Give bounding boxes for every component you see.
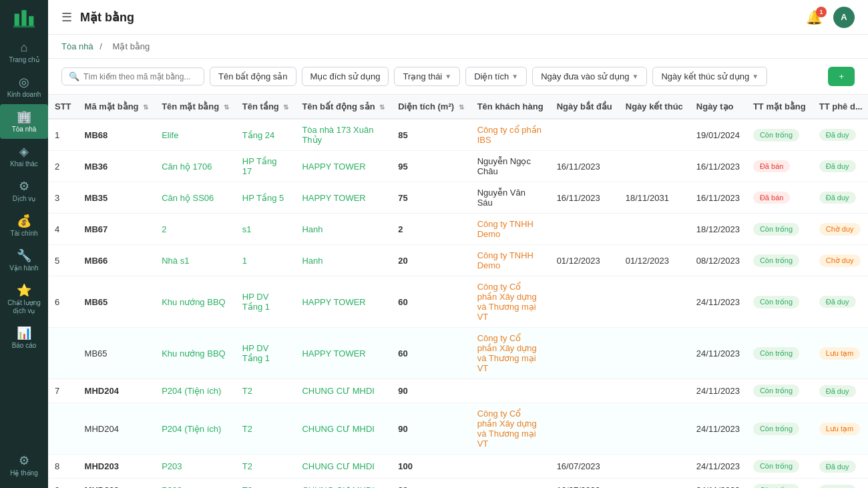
col-ma-mat-bang[interactable]: Mã mặt bằng ⇅ bbox=[78, 95, 156, 119]
cell-ngay-ket-thuc bbox=[619, 328, 690, 379]
sidebar-item-trang-chu[interactable]: ⌂ Trang chủ bbox=[0, 35, 48, 69]
cell-ngay-tao: 24/11/2023 bbox=[690, 479, 746, 489]
col-ten-bds[interactable]: Tên bất động sản ⇅ bbox=[295, 95, 391, 119]
cell-stt: 2 bbox=[48, 151, 78, 182]
table-row: 8 MHD203 P203 T2 CHUNG CƯ MHDI 100 16/07… bbox=[48, 455, 868, 479]
cell-ten[interactable]: 2 bbox=[155, 214, 236, 245]
cell-ngay-ket-thuc bbox=[619, 403, 690, 455]
cell-tang[interactable]: T2 bbox=[236, 479, 296, 489]
filter-muc-dich-su-dung[interactable]: Mục đích sử dụng bbox=[302, 67, 389, 86]
cell-dien-tich: 60 bbox=[391, 276, 470, 328]
quality-icon: ⭐ bbox=[17, 284, 31, 296]
cell-bds[interactable]: HAPPY TOWER bbox=[295, 151, 391, 182]
cell-bds[interactable]: HAPPY TOWER bbox=[295, 276, 391, 328]
cell-tang[interactable]: s1 bbox=[236, 214, 296, 245]
cell-tang[interactable]: HP DV Tầng 1 bbox=[236, 276, 296, 328]
cell-tang[interactable]: HP Tầng 17 bbox=[236, 151, 296, 182]
header: ☰ Mặt bằng 🔔 1 A bbox=[48, 0, 868, 35]
cell-bds[interactable]: CHUNG CƯ MHDI bbox=[295, 479, 391, 489]
cell-ten[interactable]: P203 bbox=[155, 455, 236, 479]
cell-tang[interactable]: T2 bbox=[236, 455, 296, 479]
search-input[interactable] bbox=[83, 72, 197, 81]
header-left: ☰ Mặt bằng bbox=[61, 10, 134, 25]
cell-ngay-ket-thuc bbox=[619, 479, 690, 489]
cell-bds[interactable]: Hanh bbox=[295, 245, 391, 276]
menu-icon[interactable]: ☰ bbox=[61, 10, 72, 25]
col-ten-tang[interactable]: Tên tầng ⇅ bbox=[236, 95, 296, 119]
cell-tt-pd: Lưu tạm bbox=[813, 403, 868, 455]
cell-ten[interactable]: Elife bbox=[155, 119, 236, 151]
cell-tang[interactable]: T2 bbox=[236, 379, 296, 403]
cell-ma: MB67 bbox=[78, 214, 156, 245]
filter-ten-bat-dong-san[interactable]: Tên bất động sản bbox=[210, 67, 296, 86]
cell-ngay-bat-dau bbox=[550, 276, 619, 328]
cell-bds[interactable]: HAPPY TOWER bbox=[295, 182, 391, 214]
sidebar-item-bao-cao[interactable]: 📊 Báo cáo bbox=[0, 320, 48, 355]
sidebar-item-chat-luong[interactable]: ⭐ Chất lượng dịch vụ bbox=[0, 278, 48, 320]
cell-ten[interactable]: P204 (Tiện ích) bbox=[155, 379, 236, 403]
sidebar-item-he-thong[interactable]: ⚙ Hệ thống bbox=[0, 448, 48, 483]
sidebar-item-tai-chinh[interactable]: 💰 Tài chính bbox=[0, 208, 48, 243]
notification-button[interactable]: 🔔 1 bbox=[806, 9, 823, 25]
cell-tang[interactable]: HP DV Tầng 1 bbox=[236, 328, 296, 379]
cell-dien-tich: 100 bbox=[391, 455, 470, 479]
filter-dien-tich[interactable]: Diện tích ▼ bbox=[465, 67, 527, 86]
cell-bds[interactable]: HAPPY TOWER bbox=[295, 328, 391, 379]
cell-tang[interactable]: T2 bbox=[236, 403, 296, 455]
breadcrumb-parent[interactable]: Tòa nhà bbox=[61, 41, 93, 51]
col-ten-mat-bang[interactable]: Tên mặt bằng ⇅ bbox=[155, 95, 236, 119]
cell-ngay-bat-dau: 16/11/2023 bbox=[550, 182, 619, 214]
cell-tang[interactable]: HP Tầng 5 bbox=[236, 182, 296, 214]
report-icon: 📊 bbox=[17, 327, 31, 339]
cell-ten[interactable]: Nhà s1 bbox=[155, 245, 236, 276]
cell-ten[interactable]: Căn hộ 1706 bbox=[155, 151, 236, 182]
sidebar-item-dich-vu[interactable]: ⚙ Dịch vụ bbox=[0, 174, 48, 208]
cell-ngay-tao: 24/11/2023 bbox=[690, 455, 746, 479]
system-icon: ⚙ bbox=[19, 455, 29, 467]
cell-tt-pd: Đã duy bbox=[813, 379, 868, 403]
cell-ten[interactable]: Khu nướng BBQ bbox=[155, 328, 236, 379]
table-row: MB65 Khu nướng BBQ HP DV Tầng 1 HAPPY TO… bbox=[48, 328, 868, 379]
cell-ma: MHD203 bbox=[78, 455, 156, 479]
cell-stt bbox=[48, 328, 78, 379]
cell-khach-hang bbox=[471, 379, 550, 403]
cell-ten[interactable]: P204 (Tiện ích) bbox=[155, 403, 236, 455]
sidebar-item-toa-nha[interactable]: 🏢 Tòa nhà bbox=[0, 104, 48, 139]
cell-ten[interactable]: Căn hộ SS06 bbox=[155, 182, 236, 214]
cell-ten[interactable]: Khu nướng BBQ bbox=[155, 276, 236, 328]
cell-tang[interactable]: Tầng 24 bbox=[236, 119, 296, 151]
cell-ten[interactable]: P202 bbox=[155, 479, 236, 489]
search-box[interactable]: 🔍 bbox=[61, 67, 204, 85]
filter-ngay-ket-thuc[interactable]: Ngày kết thúc sử dụng ▼ bbox=[652, 67, 767, 86]
cell-ngay-tao: 24/11/2023 bbox=[690, 276, 746, 328]
cell-ma: MB36 bbox=[78, 151, 156, 182]
cell-bds[interactable]: CHUNG CƯ MHDI bbox=[295, 403, 391, 455]
table-row: 1 MB68 Elife Tầng 24 Tòa nhà 173 Xuân Th… bbox=[48, 119, 868, 151]
sidebar-item-label: Khai thác bbox=[10, 160, 38, 168]
cell-tt-mb: Còn trống bbox=[746, 455, 813, 479]
app-logo[interactable] bbox=[0, 0, 48, 35]
sidebar-item-label: Báo cáo bbox=[12, 342, 37, 350]
sidebar-item-khai-thac[interactable]: ◈ Khai thác bbox=[0, 139, 48, 174]
cell-khach-hang: Công ty cổ phần IBS bbox=[471, 119, 550, 151]
sort-icon: ⇅ bbox=[379, 103, 385, 111]
cell-dien-tich: 2 bbox=[391, 214, 470, 245]
cell-bds[interactable]: CHUNG CƯ MHDI bbox=[295, 379, 391, 403]
sidebar-item-label: Chất lượng dịch vụ bbox=[3, 299, 45, 315]
filter-ngay-dua-vao[interactable]: Ngày đưa vào sử dụng ▼ bbox=[532, 67, 647, 86]
business-icon: ◎ bbox=[19, 76, 29, 88]
filter-label: Mục đích sử dụng bbox=[310, 71, 381, 81]
filter-trang-thai[interactable]: Trạng thái ▼ bbox=[394, 67, 460, 86]
add-button[interactable]: + bbox=[828, 67, 855, 86]
user-avatar[interactable]: A bbox=[833, 7, 855, 28]
col-dien-tich[interactable]: Diện tích (m²) ⇅ bbox=[391, 95, 470, 119]
service-icon: ⚙ bbox=[19, 180, 29, 192]
cell-bds[interactable]: Hanh bbox=[295, 214, 391, 245]
cell-tt-mb: Đã bán bbox=[746, 151, 813, 182]
cell-bds[interactable]: CHUNG CƯ MHDI bbox=[295, 455, 391, 479]
cell-bds[interactable]: Tòa nhà 173 Xuân Thủy bbox=[295, 119, 391, 151]
sidebar-item-kinh-doanh[interactable]: ◎ Kinh doanh bbox=[0, 69, 48, 104]
khai-thac-icon: ◈ bbox=[19, 146, 29, 158]
cell-tang[interactable]: 1 bbox=[236, 245, 296, 276]
sidebar-item-van-hanh[interactable]: 🔧 Vận hành bbox=[0, 243, 48, 278]
